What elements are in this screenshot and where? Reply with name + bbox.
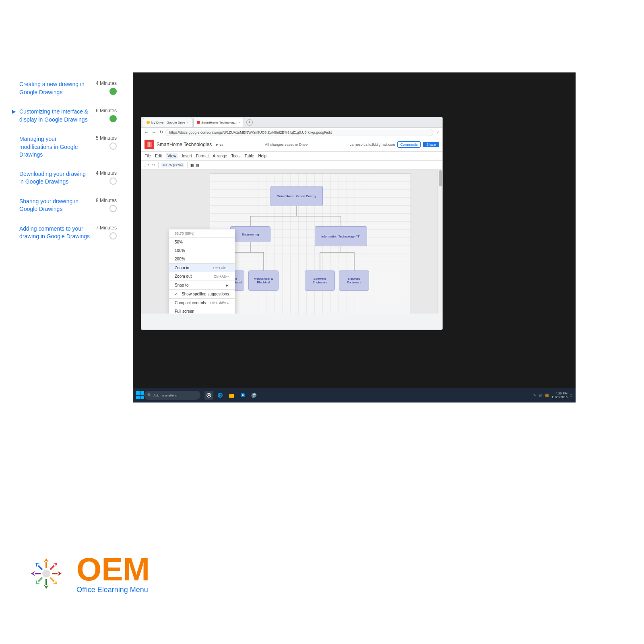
toolbar-icon-4[interactable]: ▦: [190, 163, 194, 167]
back-button[interactable]: ←: [144, 130, 149, 135]
svg-marker-32: [44, 558, 49, 562]
drive-icon: ▶ ☷: [216, 142, 223, 147]
menu-insert[interactable]: Insert: [182, 154, 192, 158]
reload-button[interactable]: ↻: [158, 130, 164, 135]
taskbar-icon-explorer[interactable]: [227, 391, 236, 400]
menu-file[interactable]: File: [144, 154, 151, 158]
taskbar-icon-cortana[interactable]: [204, 391, 213, 400]
dropdown-item-200[interactable]: 200%: [169, 255, 235, 263]
toolbar-icon-5[interactable]: ▤: [196, 163, 199, 167]
org-node-engineering: Engineering: [230, 226, 270, 242]
current-indicator-icon: ▶: [12, 109, 19, 114]
list-item[interactable]: ▶ Customizing the interface & display in…: [12, 108, 117, 124]
comments-button[interactable]: Comments: [397, 141, 421, 148]
app-logo: SmartHome Technologies ▶ ☷: [144, 140, 223, 149]
browser-window: My Drive - Google Drive × SmartHome Tech…: [141, 117, 443, 330]
shortcut-compact: Ctrl+Shift+F: [210, 301, 229, 305]
header-actions: carnesoft.s.lu.lk@gmail.com Comments Sha…: [350, 141, 439, 148]
svg-rect-43: [38, 577, 43, 582]
svg-rect-24: [229, 394, 231, 395]
taskbar-right: ✎ 🔊 📶 4:30 PM 11/29/2016 □: [533, 392, 572, 399]
notification-center-icon[interactable]: □: [570, 393, 572, 398]
windows-start-icon[interactable]: [136, 391, 144, 399]
taskbar-search-bar[interactable]: 🔍 Ask me anything: [144, 391, 200, 400]
taskbar-icon-chrome[interactable]: [250, 391, 258, 400]
svg-rect-26: [242, 394, 244, 396]
course-minutes: 8 Minutes: [96, 198, 117, 203]
svg-marker-40: [44, 585, 49, 589]
org-node-bot3: Software Engineers: [305, 270, 335, 291]
dropdown-item-zoom-in[interactable]: Zoom in Ctrl+Alt++: [169, 264, 235, 272]
list-item[interactable]: Downloading your drawing in Google Drawi…: [12, 170, 117, 186]
svg-rect-45: [35, 573, 41, 574]
menu-format[interactable]: Format: [196, 154, 209, 158]
drawing-area: SmartHome: Green Energy Engineering Info…: [141, 169, 442, 314]
oem-text-block: OEM Office Elearning Menu: [76, 553, 150, 594]
svg-rect-41: [45, 579, 47, 585]
zoom-display[interactable]: 63.75 (68%): [161, 163, 184, 167]
menu-edit[interactable]: Edit: [155, 154, 162, 158]
shortcut-zoom-in: Ctrl+Alt++: [213, 266, 229, 270]
taskbar-clock: 4:30 PM 11/29/2016: [551, 392, 568, 399]
dropdown-item-100[interactable]: 100%: [169, 246, 235, 255]
taskbar-search-text: Ask me anything: [153, 394, 177, 397]
list-item[interactable]: Adding comments to your drawing in Googl…: [12, 225, 117, 241]
org-node-bot4: Network Engineers: [339, 270, 369, 291]
browser-tab-drawings[interactable]: SmartHome Technolog... ×: [193, 118, 244, 127]
status-badge: [109, 115, 117, 122]
dropdown-item-50[interactable]: 50%: [169, 238, 235, 246]
org-node-bot2: Mechanical & Electrical: [248, 270, 279, 291]
toolbar-icon-3[interactable]: ↷: [152, 163, 155, 167]
svg-point-46: [42, 570, 50, 578]
list-item[interactable]: Creating a new drawing in Google Drawing…: [12, 80, 117, 97]
status-badge: [109, 178, 117, 185]
menu-table[interactable]: Table: [244, 154, 254, 158]
menu-tools[interactable]: Tools: [231, 154, 240, 158]
list-item[interactable]: Managing your modifications in Google Dr…: [12, 135, 117, 159]
status-badge: [109, 142, 117, 150]
dropdown-item-zoom-out[interactable]: Zoom out Ctrl+Alt+-: [169, 272, 235, 281]
menu-view[interactable]: View: [166, 153, 178, 159]
vertical-scrollbar[interactable]: [438, 169, 442, 314]
saved-status: All changes saved in Drive: [265, 142, 308, 147]
oem-subtitle: Office Elearning Menu: [76, 586, 150, 594]
list-item[interactable]: Sharing your drawing in Google Drawings …: [12, 198, 117, 214]
new-tab-button[interactable]: +: [246, 119, 253, 126]
app-header: SmartHome Technologies ▶ ☷ All changes s…: [141, 137, 442, 152]
app-menu-bar: File Edit View Insert Format Arrange Too…: [141, 152, 442, 161]
share-button[interactable]: Share: [423, 142, 439, 147]
toolbar-icon-2[interactable]: ↶: [147, 163, 151, 167]
browser-tab-drive[interactable]: My Drive - Google Drive ×: [143, 118, 192, 127]
course-title: Managing your modifications in Google Dr…: [19, 135, 91, 159]
dropdown-item-compact[interactable]: Compact controls Ctrl+Shift+F: [169, 299, 235, 307]
org-node-top: SmartHome: Green Energy: [270, 186, 323, 206]
toolbar-icon-1[interactable]: ⎯: [144, 163, 146, 167]
dropdown-item-snap[interactable]: Snap to ►: [169, 281, 235, 289]
address-bar[interactable]: [165, 129, 433, 136]
menu-arrange[interactable]: Arrange: [213, 154, 227, 158]
tab-close-icon[interactable]: ×: [187, 121, 189, 124]
bookmark-icon[interactable]: ☆: [437, 130, 440, 134]
taskbar-icon-ie[interactable]: [216, 391, 225, 400]
taskbar-notification-icon: ✎: [533, 394, 536, 397]
dropdown-item-spelling[interactable]: Show spelling suggestions: [169, 290, 235, 298]
app-logo-icon: [144, 140, 154, 149]
app-title: SmartHome Technologies: [157, 142, 212, 147]
tab-label: My Drive - Google Drive: [151, 121, 185, 124]
svg-rect-33: [45, 562, 47, 568]
course-minutes: 4 Minutes: [96, 170, 117, 176]
oem-logo-section: OEM Office Elearning Menu: [24, 551, 177, 596]
scrollbar-thumb[interactable]: [439, 170, 442, 186]
drawing-canvas[interactable]: SmartHome: Green Energy Engineering Info…: [210, 173, 411, 314]
taskbar-icon-settings[interactable]: [238, 391, 247, 400]
course-minutes: 6 Minutes: [96, 108, 117, 114]
course-title: Downloading your drawing in Google Drawi…: [19, 170, 91, 186]
forward-button[interactable]: →: [151, 130, 157, 135]
view-dropdown-menu: 63.75 (68%) 50% 100% 200% Zoom in Ctrl+A…: [169, 229, 235, 314]
tab-close-icon[interactable]: ×: [238, 121, 240, 124]
status-badge: [109, 205, 117, 212]
drawings-favicon-icon: [197, 121, 200, 124]
dropdown-item-fullscreen[interactable]: Full screen: [169, 307, 235, 314]
org-node-it: Information Technology (IT): [315, 226, 367, 246]
menu-help[interactable]: Help: [258, 154, 266, 158]
